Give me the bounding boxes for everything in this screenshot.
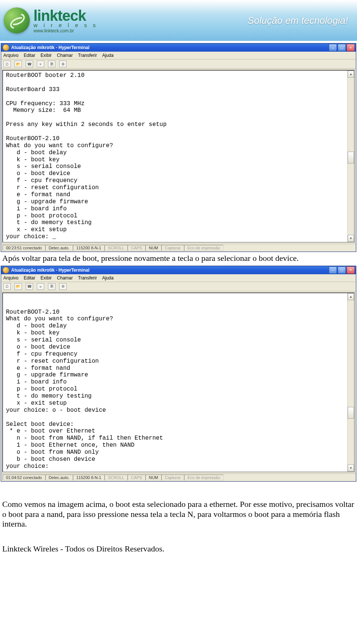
logo-block: linkteck w i r e l e s s www.linkteck.co… [4,7,98,33]
titlebar[interactable]: Atualização mikrotik - HyperTerminal – □… [1,43,356,52]
page-banner: linkteck w i r e l e s s www.linkteck.co… [0,0,357,41]
toolbar-disconnect-icon[interactable]: ⨉ [37,283,44,290]
scroll-thumb[interactable] [348,152,354,164]
toolbar-open-icon[interactable]: 📂 [15,61,22,67]
vertical-scrollbar[interactable]: ▲ ▼ [347,71,354,242]
status-num: NUM [145,245,161,251]
status-capture: Capturar [161,475,184,480]
menubar: Arquivo Editar Exibir Chamar Transferir … [1,274,356,282]
logo-sub: w i r e l e s s [33,22,98,28]
toolbar-connect-icon[interactable]: ☎ [26,283,33,290]
window-title: Atualização mikrotik - HyperTerminal [11,268,90,273]
scroll-track[interactable] [348,300,354,465]
logo-brand: linkteck [33,8,98,23]
status-scroll: SCROLL [104,475,128,480]
status-scroll: SCROLL [104,245,128,251]
toolbar-new-icon[interactable]: 🗋 [3,61,11,67]
menubar: Arquivo Editar Exibir Chamar Transferir … [1,52,356,59]
toolbar-send-icon[interactable]: 🖹 [48,283,55,290]
status-detect: Detec.auto. [45,245,73,251]
toolbar: 🗋 📂 ☎ ⨉ 🖹 ⚙ [1,59,356,69]
statusbar: 00:23:51 conectado Detec.auto. 115200 8-… [1,244,356,252]
status-port: 115200 8-N-1 [73,475,104,480]
window-title: Atualização mikrotik - HyperTerminal [11,45,90,50]
menu-ajuda[interactable]: Ajuda [102,275,114,281]
paragraph-1: Após voltar para tela de boot, pressione… [2,253,355,263]
toolbar-open-icon[interactable]: 📂 [15,283,22,290]
scroll-thumb[interactable] [348,407,354,419]
minimize-button[interactable]: – [329,44,337,51]
scroll-down-icon[interactable]: ▼ [348,235,354,242]
status-time: 00:23:51 conectado [3,245,45,251]
banner-slogan: Solução em tecnologia! [248,15,348,26]
menu-exibir[interactable]: Exibir [41,275,52,281]
menu-editar[interactable]: Editar [24,53,35,58]
toolbar-new-icon[interactable]: 🗋 [3,283,11,290]
status-echo: Eco de impressão [184,475,223,480]
status-capture: Capturar [161,245,184,251]
status-caps: CAPS [128,475,145,480]
menu-chamar[interactable]: Chamar [57,275,73,281]
menu-ajuda[interactable]: Ajuda [102,53,114,58]
toolbar-connect-icon[interactable]: ☎ [26,61,33,67]
logo-url: www.linkteck.com.br [33,29,98,33]
status-echo: Eco de impressão [184,245,223,251]
hyperterminal-window-2: Atualização mikrotik - HyperTerminal – □… [1,266,356,482]
status-caps: CAPS [128,245,145,251]
hyperterminal-window-1: Atualização mikrotik - HyperTerminal – □… [1,43,356,252]
maximize-button[interactable]: □ [338,266,346,274]
titlebar[interactable]: Atualização mikrotik - HyperTerminal – □… [1,266,356,274]
menu-transferir[interactable]: Transferir [78,275,97,281]
app-icon [3,44,9,51]
scroll-track[interactable] [348,78,354,235]
menu-transferir[interactable]: Transferir [78,53,97,58]
toolbar-properties-icon[interactable]: ⚙ [59,61,67,67]
statusbar: 01:04:52 conectado Detec.auto. 115200 8-… [1,473,356,481]
app-icon [3,267,9,274]
status-time: 01:04:52 conectado [3,475,45,480]
close-button[interactable]: × [347,44,355,51]
menu-arquivo[interactable]: Arquivo [3,53,19,58]
maximize-button[interactable]: □ [338,44,346,51]
vertical-scrollbar[interactable]: ▲ ▼ [347,293,354,472]
menu-editar[interactable]: Editar [24,275,35,281]
menu-arquivo[interactable]: Arquivo [3,275,19,281]
scroll-down-icon[interactable]: ▼ [348,465,354,472]
footer-text: Linkteck Wireles - Todos os Direitos Res… [2,544,355,554]
menu-chamar[interactable]: Chamar [57,53,73,58]
toolbar: 🗋 📂 ☎ ⨉ 🖹 ⚙ [1,282,356,291]
status-detect: Detec.auto. [45,475,73,480]
status-num: NUM [145,475,161,480]
status-port: 115200 8-N-1 [73,245,104,251]
paragraph-2: Como vemos na imagem acima, o boot esta … [2,499,355,529]
minimize-button[interactable]: – [329,266,337,274]
toolbar-disconnect-icon[interactable]: ⨉ [37,61,44,67]
scroll-up-icon[interactable]: ▲ [348,293,354,300]
logo-globe-icon [4,7,30,33]
toolbar-send-icon[interactable]: 🖹 [48,61,55,67]
toolbar-properties-icon[interactable]: ⚙ [59,283,67,290]
close-button[interactable]: × [347,266,355,274]
menu-exibir[interactable]: Exibir [41,53,52,58]
terminal-output[interactable]: RouterBOOT booter 2.10 RouterBoard 333 C… [3,71,347,242]
scroll-up-icon[interactable]: ▲ [348,71,354,78]
terminal-output[interactable]: RouterBOOT-2.10 What do you want to conf… [3,293,347,472]
